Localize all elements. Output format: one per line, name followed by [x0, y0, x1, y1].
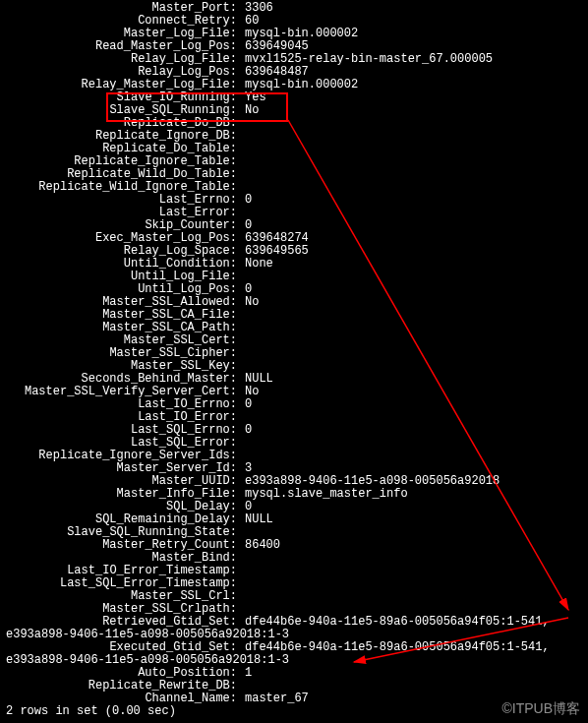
status-row: Last_IO_Error: — [0, 411, 588, 424]
status-row: Replicate_Ignore_DB: — [0, 130, 588, 143]
status-row: Last_IO_Errno:0 — [0, 398, 588, 411]
status-value: 0 — [241, 194, 252, 207]
status-row: Master_Retry_Count:86400 — [0, 539, 588, 552]
status-value — [241, 143, 245, 155]
status-value — [241, 130, 245, 143]
status-value — [241, 117, 245, 130]
status-row: Replicate_Do_DB: — [0, 117, 588, 130]
status-value — [241, 155, 245, 168]
footer-line: 2 rows in set (0.00 sec) — [0, 705, 588, 718]
status-row: Replicate_Ignore_Server_Ids: — [0, 450, 588, 462]
status-row: Relay_Master_Log_File:mysql-bin.000002 — [0, 79, 588, 91]
status-row: Slave_IO_Running:Yes — [0, 91, 588, 104]
status-value: NULL — [241, 513, 273, 526]
terminal-output: Master_Port:3306Connect_Retry:60Master_L… — [0, 2, 588, 705]
status-row: Slave_SQL_Running_State: — [0, 526, 588, 539]
status-row: Master_SSL_Allowed:No — [0, 296, 588, 309]
status-row: Master_SSL_Cipher: — [0, 347, 588, 360]
status-value — [241, 334, 245, 347]
status-value — [241, 437, 245, 450]
status-row: SQL_Delay:0 — [0, 501, 588, 513]
status-row: Master_SSL_Cert: — [0, 334, 588, 347]
status-value: 86400 — [241, 539, 280, 552]
status-value: No — [241, 296, 259, 309]
status-value: 0 — [241, 424, 252, 437]
status-value — [241, 309, 245, 322]
status-row: Master_SSL_CA_File: — [0, 309, 588, 322]
status-value — [241, 552, 245, 565]
watermark: ©ITPUB博客 — [501, 702, 580, 715]
status-row: Master_Info_File:mysql.slave_master_info — [0, 488, 588, 501]
status-row: Last_SQL_Errno:0 — [0, 424, 588, 437]
status-row: Last_Error: — [0, 207, 588, 219]
status-value: No — [241, 104, 259, 117]
status-row: Last_SQL_Error_Timestamp: — [0, 577, 588, 590]
status-value — [241, 590, 245, 603]
status-continuation: e393a898-9406-11e5-a098-005056a92018:1-3 — [0, 654, 588, 667]
status-value — [241, 168, 245, 181]
status-row: Relay_Log_Space:639649565 — [0, 245, 588, 258]
status-value — [241, 322, 245, 334]
status-value: 0 — [241, 398, 252, 411]
status-row: Until_Condition:None — [0, 258, 588, 271]
status-row: Replicate_Wild_Ignore_Table: — [0, 181, 588, 194]
status-row: Last_Errno:0 — [0, 194, 588, 207]
status-value — [241, 565, 245, 577]
status-value: 1 — [241, 667, 252, 680]
status-value: master_67 — [241, 693, 309, 705]
status-row: Master_SSL_Crl: — [0, 590, 588, 603]
status-row: Master_Port:3306 — [0, 2, 588, 15]
status-row: Slave_SQL_Running:No — [0, 104, 588, 117]
status-row: Until_Log_Pos:0 — [0, 283, 588, 296]
status-row: Master_SSL_Verify_Server_Cert:No — [0, 386, 588, 398]
status-row: Master_SSL_CA_Path: — [0, 322, 588, 334]
status-value: None — [241, 258, 273, 271]
status-value — [241, 347, 245, 360]
status-value: mysql.slave_master_info — [241, 488, 408, 501]
status-value — [241, 577, 245, 590]
status-row: Until_Log_File: — [0, 271, 588, 283]
